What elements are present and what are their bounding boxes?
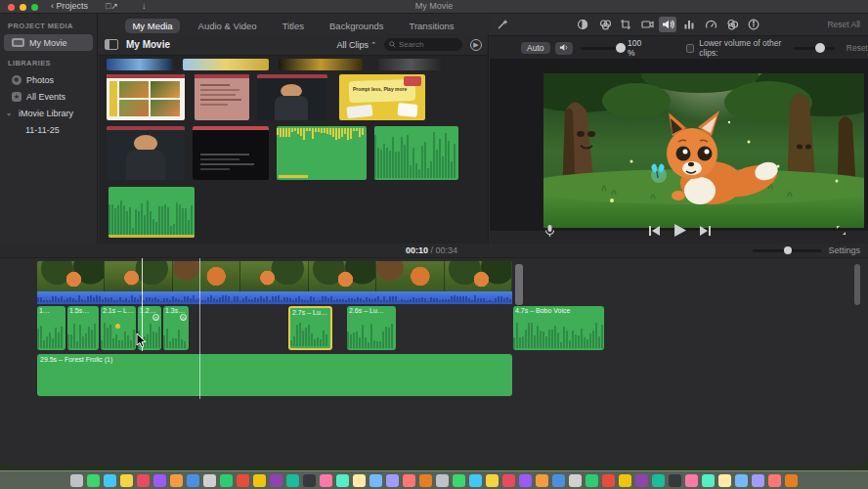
dock-app-icon[interactable]	[220, 474, 233, 487]
dock-app-icon[interactable]	[237, 474, 249, 487]
dock-app-icon[interactable]	[785, 474, 798, 487]
dock-app-icon[interactable]	[137, 474, 150, 487]
dock-app-icon[interactable]	[303, 474, 316, 487]
color-balance-icon[interactable]	[574, 17, 591, 32]
crop-icon[interactable]	[617, 17, 634, 32]
dock-app-icon[interactable]	[320, 474, 332, 487]
dock-app-icon[interactable]	[187, 474, 199, 487]
dock-app-icon[interactable]	[203, 474, 216, 487]
playhead-line[interactable]	[199, 258, 200, 399]
filmstrip-frame[interactable]	[445, 261, 512, 291]
media-thumbnail-promo[interactable]: Prompt less, Play more	[339, 74, 425, 120]
media-thumbnail[interactable]	[378, 59, 443, 70]
dock-app-icon[interactable]	[403, 474, 415, 487]
autoplay-icon[interactable]: ▶	[470, 39, 482, 51]
dock-app-icon[interactable]	[552, 474, 565, 487]
volume-slider[interactable]	[581, 47, 621, 50]
dock-app-icon[interactable]	[502, 474, 515, 487]
dock-app-icon[interactable]	[120, 474, 133, 487]
play-icon[interactable]	[673, 224, 686, 237]
dock-app-icon[interactable]	[752, 474, 764, 487]
dock-app-icon[interactable]	[253, 474, 266, 487]
media-thumbnail-portrait[interactable]	[107, 126, 185, 180]
dock-app-icon[interactable]	[353, 474, 366, 487]
media-thumbnail-terminal[interactable]	[193, 126, 269, 180]
timeline-end-handle[interactable]	[854, 264, 860, 305]
tab-audio-video[interactable]: Audio & Video	[192, 19, 264, 33]
dock-app-icon[interactable]	[87, 474, 100, 487]
dock-app-icon[interactable]	[586, 474, 598, 487]
dock-app-icon[interactable]	[270, 474, 282, 487]
sidebar-item-imovie-library[interactable]: ⌄ iMovie Library	[0, 105, 97, 121]
sidebar-item-all-events[interactable]: ★ All Events	[0, 88, 97, 105]
dock-app-icon[interactable]	[153, 474, 166, 487]
sidebar-toggle-icon[interactable]	[105, 39, 118, 50]
dock-app-icon[interactable]	[286, 474, 299, 487]
enhance-wand-icon[interactable]	[494, 17, 511, 32]
dock-app-icon[interactable]	[536, 474, 548, 487]
media-thumbnail[interactable]	[107, 59, 173, 70]
search-field[interactable]	[384, 38, 462, 51]
tab-transitions[interactable]: Transitions	[402, 19, 460, 33]
dock-app-icon[interactable]	[419, 474, 432, 487]
audio-clip[interactable]: 1.3s…◎	[163, 306, 189, 350]
audio-clip[interactable]: 1…	[37, 306, 65, 350]
chevron-down-icon[interactable]: ⌄	[4, 109, 14, 117]
search-input[interactable]	[399, 40, 457, 49]
auto-volume-button[interactable]: Auto	[521, 42, 550, 54]
tab-backgrounds[interactable]: Backgrounds	[323, 19, 390, 33]
dock-app-icon[interactable]	[718, 474, 731, 487]
fullscreen-icon[interactable]	[836, 225, 846, 236]
media-thumbnail-presenter[interactable]	[257, 74, 327, 120]
media-thumbnail-fox-collage[interactable]	[107, 74, 185, 120]
mute-button[interactable]	[555, 42, 573, 55]
audio-clip[interactable]: 2.1s – L…	[101, 306, 136, 350]
media-thumbnail[interactable]	[279, 59, 363, 70]
info-icon[interactable]	[745, 17, 762, 32]
timeline-zoom-slider[interactable]	[753, 249, 821, 252]
dock-app-icon[interactable]	[619, 474, 631, 487]
effects-icon[interactable]	[723, 17, 741, 32]
record-voiceover-icon[interactable]	[544, 224, 555, 238]
reset-all-button[interactable]: Reset All	[827, 20, 860, 29]
filmstrip-frame[interactable]	[105, 261, 172, 291]
color-correction-icon[interactable]	[596, 17, 614, 32]
dock-app-icon[interactable]	[104, 474, 116, 487]
clip-trim-handle[interactable]	[515, 264, 523, 305]
audio-clip-bobo-voice[interactable]: 4.7s – Bobo Voice	[513, 306, 604, 350]
dock-app-icon[interactable]	[702, 474, 715, 487]
tab-my-media[interactable]: My Media	[125, 19, 179, 33]
reset-button[interactable]: Reset	[846, 43, 868, 53]
dock-app-icon[interactable]	[453, 474, 465, 487]
audio-clip[interactable]: 2.6s – Lu…	[347, 306, 396, 350]
tab-titles[interactable]: Titles	[276, 19, 311, 33]
noise-reduction-icon[interactable]	[680, 17, 698, 32]
filmstrip-frame[interactable]	[309, 261, 376, 291]
dock-app-icon[interactable]	[635, 474, 648, 487]
clips-filter-dropdown[interactable]: All Clips ⌃	[337, 40, 376, 50]
sidebar-item-my-movie[interactable]: My Movie	[4, 34, 93, 51]
dock-app-icon[interactable]	[669, 474, 681, 487]
dock-app-icon[interactable]	[486, 474, 499, 487]
timeline-settings-button[interactable]: Settings	[828, 245, 860, 255]
dock-app-icon[interactable]	[170, 474, 183, 487]
sidebar-item-photos[interactable]: ✺ Photos	[0, 71, 97, 88]
audio-clip-selected[interactable]: 2.7s – Lu…	[288, 306, 332, 350]
dock-app-icon[interactable]	[436, 474, 449, 487]
background-music-clip[interactable]: 29.5s – Forest Frolic (1)	[37, 354, 512, 396]
filmstrip-frame[interactable]	[37, 261, 105, 291]
dock-app-icon[interactable]	[336, 474, 349, 487]
dock-app-icon[interactable]	[768, 474, 781, 487]
dock-app-icon[interactable]	[685, 474, 698, 487]
dock-app-icon[interactable]	[519, 474, 532, 487]
stabilization-icon[interactable]	[638, 17, 656, 32]
media-thumbnail[interactable]	[183, 59, 269, 70]
speed-icon[interactable]	[702, 17, 719, 32]
media-thumbnail-audio[interactable]	[108, 187, 195, 238]
dock-app-icon[interactable]	[469, 474, 482, 487]
filmstrip-frame[interactable]	[376, 261, 444, 291]
video-clip-filmstrip[interactable]	[37, 261, 512, 291]
filmstrip-frame[interactable]	[173, 261, 240, 291]
dock-app-icon[interactable]	[652, 474, 665, 487]
sidebar-item-event-date[interactable]: 11-11-25	[0, 121, 97, 138]
